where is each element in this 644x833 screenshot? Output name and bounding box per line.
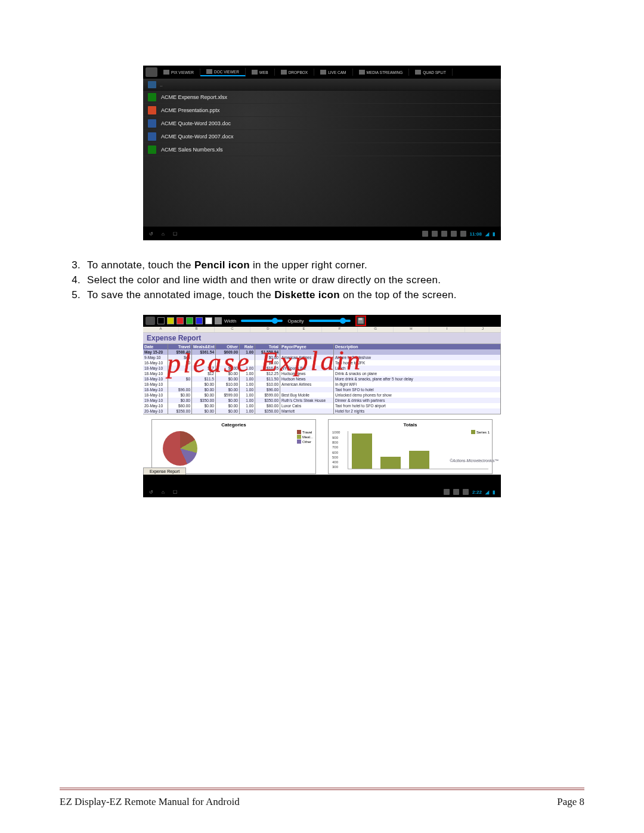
status-icon — [463, 489, 469, 495]
table-row: 18-May-10$17$0.001.00$16.05NY Sports Bar… — [143, 366, 501, 371]
tab-live-cam[interactable]: LIVE CAM — [314, 69, 352, 76]
folder-icon — [148, 81, 156, 88]
status-icon — [441, 231, 447, 237]
status-icon — [460, 231, 466, 237]
bar-yticks: 1000900800700600500400300 — [332, 431, 340, 469]
recent-icon[interactable]: ☐ — [173, 231, 177, 237]
pie-chart: Categories TravelMeal...Other — [151, 419, 316, 474]
spreadsheet: ABCDEFGHIJ Expense Report DateTravelMeal… — [143, 327, 501, 475]
opacity-slider[interactable] — [309, 320, 351, 322]
file-row[interactable]: ACME Sales Numbers.xls — [143, 143, 501, 156]
color-swatch-black[interactable] — [157, 317, 165, 324]
color-swatch-yellow[interactable] — [167, 317, 174, 324]
bar-legend: Series 1 — [471, 429, 490, 435]
instruction-list: To annotate, touch the Pencil icon in th… — [83, 258, 584, 302]
home-icon[interactable]: ⌂ — [162, 490, 165, 495]
back-icon[interactable]: ↺ — [149, 231, 153, 237]
opacity-label: Opacity — [287, 318, 304, 324]
footer-left: EZ Display-EZ Remote Manual for Android — [60, 796, 240, 808]
color-swatch-gray[interactable] — [215, 317, 222, 324]
bar-bars — [348, 431, 488, 469]
table-row: 19-May-10$0.00$350.00$0.001.00$350.00Rut… — [143, 398, 501, 403]
path-dots: .. — [160, 82, 162, 88]
file-icon — [148, 132, 156, 141]
table-row: 20-May-10$358.00$0.00$0.001.00$358.00Mar… — [143, 408, 501, 414]
table-row: 16-May-10$0$0.00Taxi home to JFK — [143, 360, 501, 366]
file-icon — [148, 93, 156, 101]
tab-icon — [252, 70, 258, 75]
table-row: 18-May-10$0$11.5$0.001.00$11.50Hudson Ne… — [143, 376, 501, 382]
screenshot-annotated-spreadsheet: Width Opacity ABCDEFGHIJ Expense Report … — [143, 315, 501, 497]
battery-icon: ▮ — [493, 490, 495, 495]
instruction-item: To save the annotated image, touch the D… — [83, 288, 584, 302]
column-header: Travel — [168, 344, 192, 349]
android-navbar: ↺ ⌂ ☐ 2:22 ◢ ▮ — [143, 487, 501, 497]
app-logo-icon — [145, 317, 155, 325]
app-logo-icon — [145, 67, 157, 77]
tab-doc-viewer[interactable]: DOC VIEWER — [200, 68, 246, 76]
file-name: ACME Quote-Word 2007.docx — [161, 134, 233, 140]
column-header: Rate — [240, 344, 255, 349]
file-row[interactable]: ACME Quote-Word 2007.docx — [143, 130, 501, 143]
tab-dropbox[interactable]: DROPBOX — [275, 69, 315, 76]
status-icon — [422, 231, 428, 237]
clock: 11:08 — [470, 231, 482, 237]
file-row[interactable]: ACME Expense Report.xlsx — [143, 91, 501, 104]
tab-media-streaming[interactable]: MEDIA STREAMING — [353, 69, 410, 76]
status-icon — [453, 489, 459, 495]
color-swatch-white[interactable] — [205, 317, 212, 324]
tab-quad-split[interactable]: QUAD SPLIT — [409, 69, 453, 76]
tab-icon — [320, 70, 326, 75]
table-row: 9-May-10$44$0.00American AirlinesAirfare… — [143, 355, 501, 360]
instruction-item: Select the color and line width and then… — [83, 273, 584, 287]
column-header: Payor/Payee — [280, 344, 334, 349]
android-navbar: ↺ ⌂ ☐ 11:08 ◢ ▮ — [143, 227, 501, 240]
tab-icon — [415, 70, 421, 75]
color-swatch-blue[interactable] — [196, 317, 203, 324]
annotation-toolbar: Width Opacity — [143, 315, 501, 327]
column-header: Meals&Ent — [192, 344, 216, 349]
width-label: Width — [224, 318, 236, 324]
path-bar[interactable]: .. — [143, 79, 501, 91]
file-icon — [148, 106, 156, 114]
bar — [380, 457, 401, 469]
table-row: 18-May-10$12$0.001.00$12.25Hudson NewsDr… — [143, 371, 501, 376]
file-name: ACME Sales Numbers.xls — [161, 147, 223, 153]
column-letters: ABCDEFGHIJ — [143, 327, 501, 333]
table-row: 18-May-10$0.00$10.001.00$10.00American A… — [143, 382, 501, 387]
bar — [352, 433, 372, 469]
status-icon — [444, 489, 450, 495]
column-header: Date — [143, 344, 168, 349]
color-swatch-red[interactable] — [177, 317, 184, 324]
file-list: ACME Expense Report.xlsxACME Presentatio… — [143, 91, 501, 227]
tab-pix-viewer[interactable]: PIX VIEWER — [157, 69, 200, 76]
file-row[interactable]: ACME Quote-Word 2003.doc — [143, 117, 501, 130]
file-name: ACME Expense Report.xlsx — [161, 94, 227, 100]
bar-chart: Totals 1000900800700600500400300 Series … — [328, 419, 493, 474]
table-body: May 15-20$588.40$361.54$609.001.00$1,558… — [143, 349, 501, 414]
tab-web[interactable]: WEB — [246, 69, 275, 76]
app-tabs: PIX VIEWERDOC VIEWERWEBDROPBOXLIVE CAMME… — [143, 66, 501, 79]
file-icon — [148, 145, 156, 154]
home-icon[interactable]: ⌂ — [162, 231, 165, 237]
recent-icon[interactable]: ☐ — [173, 490, 177, 495]
table-row: May 15-20$588.40$361.54$609.001.00$1,558… — [143, 349, 501, 355]
back-icon[interactable]: ↺ — [149, 490, 153, 495]
table-row: 18-May-10$96.00$0.00$0.001.00$96.00Taxi … — [143, 387, 501, 392]
column-header: Other — [216, 344, 240, 349]
battery-icon: ▮ — [493, 231, 495, 237]
diskette-icon[interactable] — [355, 315, 366, 326]
file-row[interactable]: ACME Presentation.pptx — [143, 104, 501, 117]
wifi-icon: ◢ — [485, 490, 489, 495]
file-name: ACME Presentation.pptx — [161, 107, 220, 113]
svg-rect-1 — [358, 318, 362, 321]
pie-graphic — [163, 431, 197, 466]
table-row: 20-May-10$60.00$0.00$0.001.00$60.00Luxor… — [143, 403, 501, 408]
color-swatch-green[interactable] — [186, 317, 193, 324]
width-slider[interactable] — [241, 320, 283, 322]
bar — [409, 451, 429, 469]
tab-icon — [163, 70, 169, 75]
charts-row: Categories TravelMeal...Other Totals 100… — [143, 414, 501, 475]
credit-text: ©Actions-Microelectronics™ — [450, 459, 499, 463]
sheet-tab[interactable]: Expense Report — [143, 467, 186, 475]
